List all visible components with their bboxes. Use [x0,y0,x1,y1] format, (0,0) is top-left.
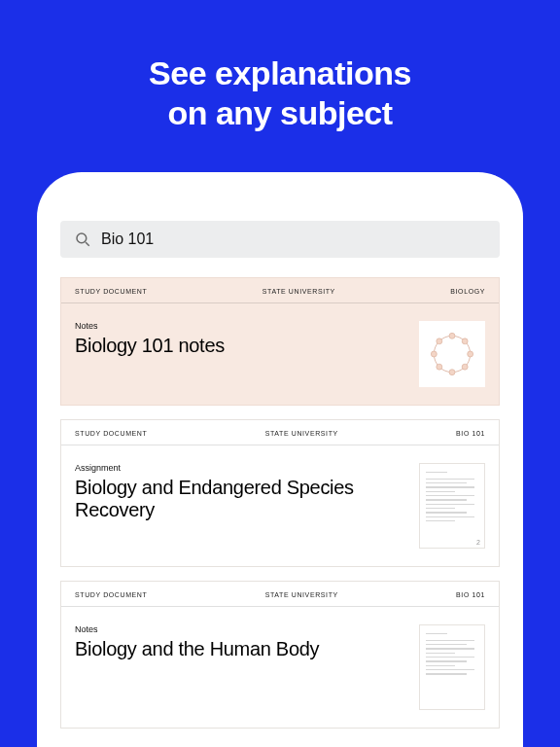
doc-line [426,516,474,517]
doc-line [426,665,455,666]
doc-line [426,669,474,670]
doc-line [426,486,474,487]
card-thumbnail [419,321,485,387]
doc-line [426,633,447,634]
svg-line-1 [86,242,89,246]
doc-line [426,644,467,645]
doc-line [426,472,447,473]
card-title: Biology and the Human Body [75,638,407,660]
doc-line [426,648,474,649]
svg-point-5 [468,351,473,357]
doc-line [426,660,467,661]
search-value: Bio 101 [101,231,154,248]
doc-line [426,512,467,513]
doc-line [426,495,474,496]
card-text: Assignment Biology and Endangered Specie… [75,463,407,521]
card-header: STUDY DOCUMENT STATE UNIVERSITY BIO 101 [61,582,499,607]
search-input[interactable]: Bio 101 [60,221,500,258]
svg-point-0 [77,233,87,243]
doc-line [426,673,467,674]
card-thumbnail: 2 [419,463,485,549]
cycle-diagram-icon [425,327,479,381]
search-icon [74,231,91,248]
doc-line [426,520,455,521]
card-header-center: STATE UNIVERSITY [265,591,338,598]
card-body: Assignment Biology and Endangered Specie… [61,445,499,566]
result-card[interactable]: STUDY DOCUMENT STATE UNIVERSITY BIO 101 … [60,419,500,567]
svg-point-3 [449,333,455,338]
card-title: Biology 101 notes [75,335,407,357]
card-header-right: BIOLOGY [450,288,485,295]
doc-line [426,482,467,483]
svg-point-8 [437,364,442,370]
doc-line [426,508,455,509]
svg-point-6 [462,364,468,370]
card-header-left: STUDY DOCUMENT [75,430,147,437]
card-header: STUDY DOCUMENT STATE UNIVERSITY BIOLOGY [61,278,499,303]
card-text: Notes Biology 101 notes [75,321,407,357]
headline-line-1: See explanations [149,54,411,91]
doc-line [426,504,474,505]
svg-point-9 [431,351,437,357]
doc-line [426,653,455,654]
doc-line [426,640,474,641]
card-header-left: STUDY DOCUMENT [75,288,147,295]
card-header-right: BIO 101 [456,591,485,598]
device-frame: Bio 101 STUDY DOCUMENT STATE UNIVERSITY … [37,172,523,747]
card-header-right: BIO 101 [456,430,485,437]
card-kind: Notes [75,624,407,634]
card-header-left: STUDY DOCUMENT [75,591,147,598]
result-card[interactable]: STUDY DOCUMENT STATE UNIVERSITY BIOLOGY … [60,277,500,406]
doc-line [426,491,455,492]
card-title: Biology and Endangered Species Recovery [75,477,407,521]
card-header: STUDY DOCUMENT STATE UNIVERSITY BIO 101 [61,420,499,445]
svg-point-10 [437,338,442,343]
svg-point-4 [462,338,468,343]
page-count-badge: 2 [476,539,480,546]
doc-line [426,657,474,658]
result-card[interactable]: STUDY DOCUMENT STATE UNIVERSITY BIO 101 … [60,581,500,729]
card-thumbnail [419,624,485,710]
headline-line-2: on any subject [167,94,392,131]
card-text: Notes Biology and the Human Body [75,624,407,660]
card-body: Notes Biology 101 notes [61,303,499,405]
card-kind: Assignment [75,463,407,473]
doc-line [426,499,467,500]
card-header-center: STATE UNIVERSITY [262,288,335,295]
card-header-center: STATE UNIVERSITY [265,430,338,437]
svg-point-7 [449,369,455,374]
headline: See explanations on any subject [0,0,560,172]
doc-line [426,479,474,480]
card-kind: Notes [75,321,407,331]
card-body: Notes Biology and the Human Body [61,607,499,728]
